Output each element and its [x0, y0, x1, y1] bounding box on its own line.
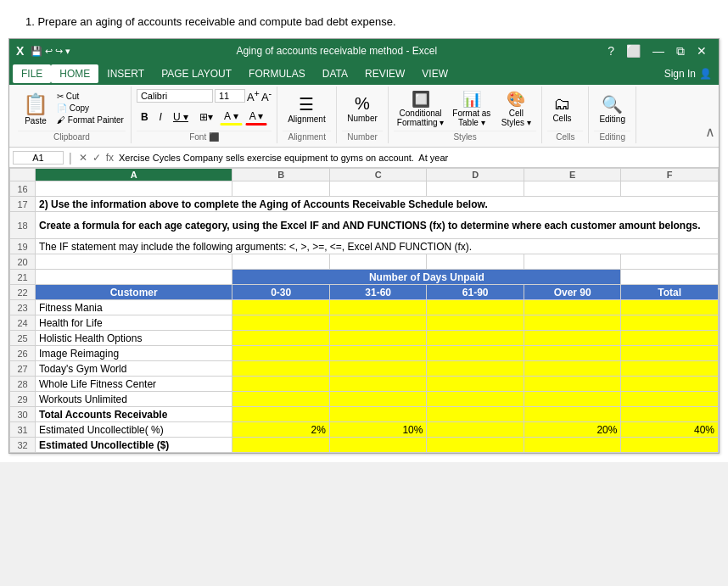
cell-C29[interactable] — [329, 392, 427, 407]
restore-button[interactable]: ⧉ — [671, 44, 690, 59]
cell-C24[interactable] — [329, 315, 427, 331]
cell-D20[interactable] — [427, 254, 524, 270]
cell-D29[interactable] — [427, 392, 524, 407]
cell-F23[interactable] — [621, 300, 719, 315]
menu-item-review[interactable]: REVIEW — [356, 64, 413, 83]
cell-C20[interactable] — [329, 254, 427, 270]
paste-button[interactable]: 📋 Paste — [18, 91, 53, 127]
cell-D26[interactable] — [427, 346, 524, 361]
grow-font-button[interactable]: A+ — [247, 88, 260, 103]
fill-color-button[interactable]: A ▾ — [220, 109, 243, 126]
menu-item-home[interactable]: HOME — [51, 64, 98, 83]
cell-E23[interactable] — [524, 300, 621, 315]
cell-D22[interactable]: 61-90 — [427, 285, 524, 300]
cell-D28[interactable] — [427, 377, 524, 392]
help-button[interactable]: ? — [602, 44, 619, 59]
cell-B28[interactable] — [232, 377, 330, 392]
cell-C31[interactable]: 10% — [329, 422, 427, 438]
cell-E20[interactable] — [524, 254, 621, 270]
cell-D30[interactable] — [427, 407, 524, 422]
cell-A30[interactable]: Total Accounts Receivable — [36, 407, 232, 422]
cell-B25[interactable] — [232, 331, 330, 346]
col-header-C[interactable]: C — [329, 169, 427, 181]
cell-B21[interactable]: Number of Days Unpaid — [232, 270, 621, 285]
cell-F27[interactable] — [621, 361, 719, 377]
cell-C23[interactable] — [329, 300, 427, 315]
cell-D24[interactable] — [427, 315, 524, 331]
cell-F32[interactable] — [621, 438, 719, 453]
confirm-formula-button[interactable]: ✓ — [91, 152, 103, 164]
cell-A16[interactable] — [36, 181, 232, 197]
cell-A32[interactable]: Estimated Uncollectible ($) — [36, 438, 232, 453]
cell-A26[interactable]: Image Reimaging — [36, 346, 232, 361]
ribbon-collapse-icon[interactable]: ∧ — [705, 124, 715, 140]
menu-item-page-layout[interactable]: PAGE LAYOUT — [153, 64, 240, 83]
cell-E30[interactable] — [524, 407, 621, 422]
menu-item-insert[interactable]: INSERT — [98, 64, 153, 83]
format-table-button[interactable]: 📊 Format asTable ▾ — [449, 88, 494, 129]
cell-E22[interactable]: Over 90 — [524, 285, 621, 300]
cell-F25[interactable] — [621, 331, 719, 346]
cell-A20[interactable] — [36, 254, 232, 270]
menu-item-view[interactable]: VIEW — [413, 64, 456, 83]
menu-item-data[interactable]: DATA — [314, 64, 356, 83]
cell-A28[interactable]: Whole Life Fitness Center — [36, 377, 232, 392]
cell-D23[interactable] — [427, 300, 524, 315]
cell-C32[interactable] — [329, 438, 427, 453]
col-header-D[interactable]: D — [427, 169, 524, 181]
cell-C25[interactable] — [329, 331, 427, 346]
cell-A29[interactable]: Workouts Unlimited — [36, 392, 232, 407]
col-header-B[interactable]: B — [232, 169, 330, 181]
ribbon-collapse-button[interactable]: ⬜ — [621, 44, 646, 59]
underline-button[interactable]: U ▾ — [169, 109, 193, 125]
redo-icon[interactable]: ↪ — [55, 46, 63, 57]
cell-A23[interactable]: Fitness Mania — [36, 300, 232, 315]
cell-D25[interactable] — [427, 331, 524, 346]
cell-B29[interactable] — [232, 392, 330, 407]
cell-B22[interactable]: 0-30 — [232, 285, 330, 300]
menu-item-file[interactable]: FILE — [13, 64, 51, 83]
editing-button[interactable]: 🔍 Editing — [594, 92, 630, 126]
cell-E25[interactable] — [524, 331, 621, 346]
cell-A25[interactable]: Holistic Health Options — [36, 331, 232, 346]
font-name-input[interactable] — [137, 89, 213, 103]
cell-D27[interactable] — [427, 361, 524, 377]
copy-button[interactable]: 📄 Copy — [55, 103, 126, 114]
cell-A24[interactable]: Health for Life — [36, 315, 232, 331]
font-color-button[interactable]: A ▾ — [245, 109, 268, 126]
cell-F24[interactable] — [621, 315, 719, 331]
cell-D16[interactable] — [427, 181, 524, 197]
font-size-input[interactable] — [215, 89, 245, 103]
alignment-button[interactable]: ☰ Alignment — [283, 92, 330, 126]
cell-B26[interactable] — [232, 346, 330, 361]
cell-E32[interactable] — [524, 438, 621, 453]
cell-F30[interactable] — [621, 407, 719, 422]
cell-A21[interactable] — [36, 270, 232, 285]
undo-icon[interactable]: ↩ — [45, 46, 53, 57]
cell-F29[interactable] — [621, 392, 719, 407]
number-button[interactable]: % Number — [342, 92, 383, 125]
cell-B31[interactable]: 2% — [232, 422, 330, 438]
cell-C28[interactable] — [329, 377, 427, 392]
cell-D32[interactable] — [427, 438, 524, 453]
cell-B30[interactable] — [232, 407, 330, 422]
minimize-button[interactable]: — — [647, 44, 669, 59]
cell-F26[interactable] — [621, 346, 719, 361]
italic-button[interactable]: I — [155, 109, 166, 125]
cut-button[interactable]: ✂ Cut — [55, 91, 126, 102]
cell-B20[interactable] — [232, 254, 330, 270]
cell-A27[interactable]: Today's Gym World — [36, 361, 232, 377]
col-header-F[interactable]: F — [621, 169, 719, 181]
cell-F31[interactable]: 40% — [621, 422, 719, 438]
cell-C30[interactable] — [329, 407, 427, 422]
cell-E27[interactable] — [524, 361, 621, 377]
cell-A22[interactable]: Customer — [36, 285, 232, 300]
cell-styles-button[interactable]: 🎨 CellStyles ▾ — [496, 88, 536, 129]
format-painter-button[interactable]: 🖌 Format Painter — [55, 114, 126, 126]
formula-input[interactable] — [119, 153, 715, 163]
close-button[interactable]: ✕ — [692, 44, 712, 59]
cell-C22[interactable]: 31-60 — [329, 285, 427, 300]
border-button[interactable]: ⊞▾ — [195, 109, 217, 125]
cell-F21[interactable] — [621, 270, 719, 285]
conditional-formatting-button[interactable]: 🔲 ConditionalFormatting ▾ — [394, 88, 448, 129]
